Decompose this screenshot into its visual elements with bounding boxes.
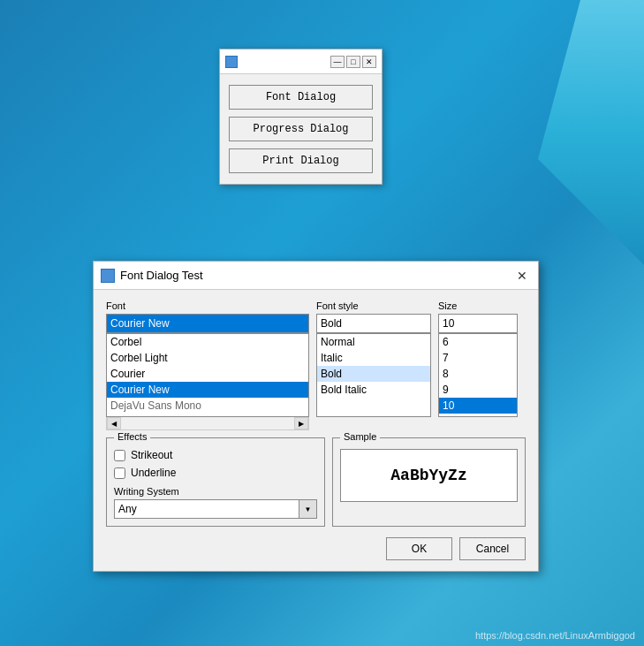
small-dialog-titlebar: — □ ✕ [220,49,382,74]
h-scroll-track [121,417,294,429]
font-input[interactable] [106,314,309,333]
style-italic[interactable]: Italic [317,350,430,366]
style-bold-italic[interactable]: Bold Italic [317,382,430,398]
size-11[interactable]: 11 [439,414,517,416]
writing-system-value: Any [115,501,299,517]
font-dialog-icon [101,269,115,283]
minimize-button[interactable]: — [330,56,345,68]
h-scroll-left[interactable]: ◀ [107,417,121,429]
size-10[interactable]: 10 [439,398,517,414]
size-6[interactable]: 6 [439,334,517,350]
small-dialog-icon [225,56,238,68]
close-button-small[interactable]: ✕ [362,56,376,68]
font-dialog-button[interactable]: Font Dialog [229,85,373,110]
font-item-corbel[interactable]: Corbel [107,334,308,350]
cancel-button[interactable]: Cancel [459,537,526,560]
maximize-button[interactable]: □ [346,56,360,68]
writing-system-section: Writing System Any ▼ [114,486,317,519]
h-scroll-right[interactable]: ▶ [294,417,308,429]
font-dialog-close[interactable]: ✕ [513,267,531,285]
font-selection-row: Font Corbel Corbel Light Courier Courier… [106,300,526,430]
effects-group: Effects Strikeout Underline Writing Syst… [106,437,325,527]
style-input[interactable] [316,314,431,333]
strikeout-label: Strikeout [131,449,172,461]
ok-button[interactable]: OK [386,537,452,560]
style-normal[interactable]: Normal [317,334,430,350]
font-dialog: Font Dialog Test ✕ Font Corbel Corbel Li… [93,261,539,572]
sample-box: AaBbYyZz [340,449,518,502]
size-label: Size [438,300,518,311]
underline-checkbox[interactable] [114,467,125,479]
sample-group: Sample AaBbYyZz [332,437,526,527]
font-list[interactable]: Corbel Corbel Light Courier Courier New … [107,334,308,416]
size-input[interactable] [438,314,518,333]
font-dialog-titlebar: Font Dialog Test ✕ [94,262,538,290]
size-7[interactable]: 7 [439,350,517,366]
style-list-container: Normal Italic Bold Bold Italic [316,333,431,417]
action-row: OK Cancel [106,537,526,560]
font-item-courier[interactable]: Courier [107,366,308,382]
background-decoration [538,0,644,265]
small-dialog-controls: — □ ✕ [330,56,376,68]
font-list-container: Corbel Corbel Light Courier Courier New … [106,333,309,417]
progress-dialog-button[interactable]: Progress Dialog [229,117,373,141]
style-label: Font style [316,300,431,311]
small-dialog-body: Font Dialog Progress Dialog Print Dialog [220,74,382,184]
bottom-row: Effects Strikeout Underline Writing Syst… [106,437,526,527]
size-column: Size 6 7 8 9 10 11 [438,300,518,430]
style-bold[interactable]: Bold [317,366,430,382]
underline-label: Underline [131,467,176,479]
writing-system-arrow[interactable]: ▼ [299,500,316,518]
font-item-courier-new[interactable]: Courier New [107,382,308,398]
strikeout-row: Strikeout [114,449,317,461]
font-column: Font Corbel Corbel Light Courier Courier… [106,300,309,430]
size-9[interactable]: 9 [439,382,517,398]
font-label: Font [106,300,309,311]
print-dialog-button[interactable]: Print Dialog [229,148,373,173]
writing-system-label: Writing System [114,486,317,497]
strikeout-checkbox[interactable] [114,450,125,461]
footer-url: https://blog.csdn.net/LinuxArmbiggod [475,630,635,641]
font-dialog-body: Font Corbel Corbel Light Courier Courier… [94,290,538,571]
underline-row: Underline [114,467,317,479]
font-horizontal-scrollbar[interactable]: ◀ ▶ [106,416,309,430]
font-item-corbel-light[interactable]: Corbel Light [107,350,308,366]
size-list-container: 6 7 8 9 10 11 [438,333,518,417]
effects-label: Effects [114,431,150,442]
size-8[interactable]: 8 [439,366,517,382]
style-list[interactable]: Normal Italic Bold Bold Italic [317,334,430,416]
font-dialog-title: Font Dialog Test [120,269,203,282]
font-item-dejavu[interactable]: DejaVu Sans Mono [107,398,308,414]
writing-system-select[interactable]: Any ▼ [114,499,317,519]
small-dialog: — □ ✕ Font Dialog Progress Dialog Print … [219,49,383,185]
style-column: Font style Normal Italic Bold Bold Itali… [316,300,431,430]
sample-label: Sample [340,431,380,442]
size-list[interactable]: 6 7 8 9 10 11 [439,334,517,416]
